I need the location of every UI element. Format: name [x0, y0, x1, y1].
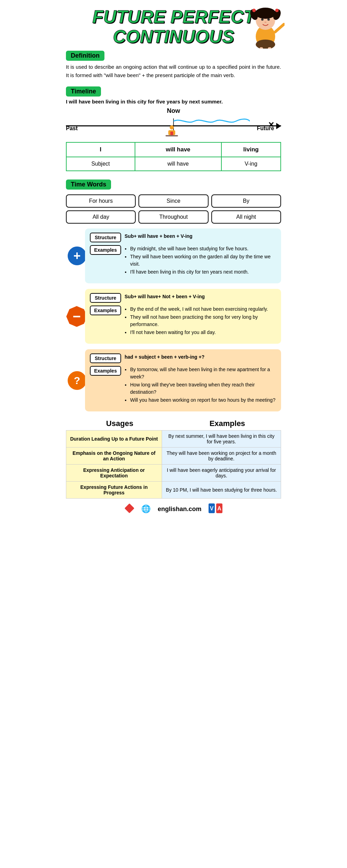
negative-formula: Sub+ will have+ Not + been + V-ing	[125, 293, 205, 300]
negative-structure-content: Sub+ will have+ Not + been + V-ing	[125, 293, 205, 301]
grammar-cell-subject: I	[66, 142, 135, 157]
negative-structure-box: Structure Sub+ will have+ Not + been + V…	[85, 289, 281, 344]
time-words-label: Time Words	[66, 180, 111, 190]
timeline-label: Timeline	[66, 86, 101, 97]
negative-section: − Structure Sub+ will have+ Not + been +…	[85, 289, 281, 344]
usage-3-example: I will have been eagerly anticipating yo…	[162, 465, 281, 482]
examples-col-header: Examples	[174, 417, 281, 430]
usages-col-header: Usages	[66, 417, 174, 430]
negative-examples-tag: Examples	[90, 306, 121, 315]
negative-example-1: By the end of the week, I will not have …	[130, 306, 276, 313]
grammar-cell-willhave-2: will have	[135, 157, 221, 171]
usages-section: Usages Examples Duration Leading Up to a…	[66, 417, 281, 499]
positive-section: + Structure Sub+ will have + been + V-in…	[85, 228, 281, 283]
positive-formula: Sub+ will have + been + V-ing	[125, 233, 193, 240]
svg-point-9	[252, 9, 256, 12]
grammar-table: I will have living Subject will have V-i…	[66, 142, 281, 171]
title-section: FUTURE PERFECT CONTINUOUS	[66, 3, 281, 47]
grammar-cell-subjectlabel: Subject	[66, 157, 135, 171]
positive-examples-content: By midnight, she will have been studying…	[125, 245, 276, 276]
positive-structure-box: Structure Sub+ will have + been + V-ing …	[85, 228, 281, 283]
definition-text: It is used to describe an ongoing action…	[66, 63, 281, 80]
future-label: Future	[257, 125, 274, 132]
grammar-table-row-2: Subject will have V-ing	[66, 157, 281, 171]
grammar-cell-ving: V-ing	[221, 157, 281, 171]
usage-4-label: Expressing Future Actions in Progress	[66, 482, 162, 499]
usage-2-example: They will have been working on project f…	[162, 448, 281, 465]
time-word-all-day: All day	[66, 210, 136, 224]
negative-examples-row: Examples By the end of the week, I will …	[90, 306, 276, 337]
time-word-throughout: Throughout	[138, 210, 208, 224]
footer: 🌐 englishan.com V A	[66, 503, 281, 515]
red-diamond-icon	[125, 503, 134, 515]
definition-label: Definition	[66, 51, 104, 61]
timeline-arrow	[276, 123, 281, 129]
usages-row-1: Duration Leading Up to a Future Point By…	[66, 431, 281, 448]
question-section: ? Structure had + subject + been + verb-…	[85, 349, 281, 411]
svg-line-11	[275, 24, 284, 32]
footer-site: englishan.com	[158, 506, 201, 513]
time-word-by: By	[211, 194, 281, 208]
plus-symbol: +	[68, 247, 86, 265]
positive-example-1: By midnight, she will have been studying…	[130, 245, 276, 252]
question-examples-list: By tomorrow, will she have been living i…	[125, 366, 276, 404]
positive-examples-row: Examples By midnight, she will have been…	[90, 245, 276, 276]
svg-point-5	[264, 22, 266, 23]
time-word-for-hours: For hours	[66, 194, 136, 208]
grammar-cell-living: living	[221, 142, 281, 157]
negative-example-3: I'll not have been waiting for you all d…	[130, 329, 276, 336]
question-structure-row: Structure had + subject + been + verb-in…	[90, 353, 276, 363]
positive-structure-row: Structure Sub+ will have + been + V-ing	[90, 233, 276, 242]
usages-table: Duration Leading Up to a Future Point By…	[66, 430, 281, 499]
question-examples-row: Examples By tomorrow, will she have been…	[90, 366, 276, 404]
negative-examples-list: By the end of the week, I will not have …	[125, 306, 276, 336]
past-label: Past	[66, 125, 78, 132]
wave-svg	[174, 116, 250, 126]
usage-2-label: Emphasis on the Ongoing Nature of an Act…	[66, 448, 162, 465]
negative-example-2: They will not have been practicing the s…	[130, 314, 276, 328]
time-words-grid: For hours Since By All day Throughout Al…	[66, 194, 281, 224]
usages-row-4: Expressing Future Actions in Progress By…	[66, 482, 281, 499]
negative-structure-row: Structure Sub+ will have+ Not + been + V…	[90, 293, 276, 303]
positive-example-3: I'll have been living in this city for t…	[130, 268, 276, 276]
brand-logo-icon: V A	[209, 503, 222, 515]
positive-examples-tag: Examples	[90, 245, 121, 255]
svg-point-10	[275, 9, 279, 12]
positive-structure-content: Sub+ will have + been + V-ing	[125, 233, 193, 241]
usage-1-example: By next summer, I will have been living …	[162, 431, 281, 448]
timeline-diagram: Now ✕ Past Future	[66, 107, 281, 139]
negative-structure-tag: Structure	[90, 293, 121, 303]
grammar-table-row-1: I will have living	[66, 142, 281, 157]
person-icon	[165, 125, 179, 140]
time-word-all-night: All night	[211, 210, 281, 224]
globe-icon: 🌐	[141, 504, 151, 514]
question-examples-content: By tomorrow, will she have been living i…	[125, 366, 276, 404]
svg-rect-18	[166, 135, 178, 136]
question-examples-tag: Examples	[90, 366, 121, 376]
svg-rect-19	[170, 132, 173, 135]
question-structure-content: had + subject + been + verb-ing +?	[125, 353, 204, 362]
definition-section: Definition It is used to describe an ong…	[66, 47, 281, 80]
usages-row-2: Emphasis on the Ongoing Nature of an Act…	[66, 448, 281, 465]
usages-row-3: Expressing Anticipation or Expectation I…	[66, 465, 281, 482]
positive-examples-list: By midnight, she will have been studying…	[125, 245, 276, 276]
usage-3-label: Expressing Anticipation or Expectation	[66, 465, 162, 482]
svg-text:A: A	[217, 506, 221, 511]
question-structure-tag: Structure	[90, 353, 121, 363]
question-structure-box: Structure had + subject + been + verb-in…	[85, 349, 281, 411]
time-words-section: Time Words For hours Since By All day Th…	[66, 175, 281, 224]
grammar-cell-willhave-1: will have	[135, 142, 221, 157]
svg-point-16	[170, 125, 174, 130]
timeline-section: Timeline I will have been living in this…	[66, 82, 281, 171]
svg-text:V: V	[210, 506, 213, 511]
negative-examples-content: By the end of the week, I will not have …	[125, 306, 276, 337]
svg-point-8	[255, 8, 276, 19]
question-example-3: Will you have been working on report for…	[130, 397, 276, 404]
svg-rect-20	[125, 503, 134, 513]
now-label: Now	[167, 107, 180, 115]
minus-symbol: −	[66, 306, 87, 327]
timeline-sentence: I will have been living in this city for…	[66, 99, 281, 105]
positive-structure-tag: Structure	[90, 233, 121, 242]
usage-4-example: By 10 PM, I will have been studying for …	[162, 482, 281, 499]
time-word-since: Since	[138, 194, 208, 208]
